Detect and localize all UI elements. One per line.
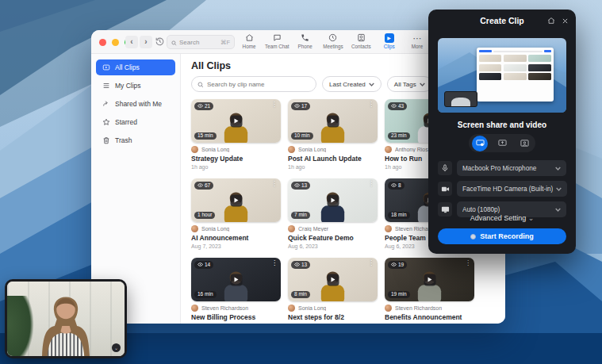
clip-thumbnail[interactable]: 21⋮15 min: [191, 99, 281, 143]
clip-menu-icon[interactable]: ⋮: [368, 101, 374, 108]
play-icon[interactable]: [327, 274, 339, 285]
play-icon[interactable]: [230, 115, 242, 127]
screen-and-video-toggle[interactable]: [472, 136, 488, 151]
sidebar-item-trash[interactable]: Trash: [96, 132, 175, 148]
forward-button[interactable]: ›: [140, 36, 152, 48]
global-search-field[interactable]: Search ⌘F: [167, 35, 235, 49]
webcam-preview[interactable]: ⌄: [5, 279, 127, 358]
mini-thumbnail: [479, 73, 502, 80]
clip-search-input[interactable]: [207, 81, 310, 88]
mini-thumbnail: [479, 64, 502, 71]
sidebar-item-all-clips[interactable]: All Clips: [96, 59, 175, 75]
clip-menu-icon[interactable]: ⋮: [465, 259, 471, 266]
sidebar-item-starred[interactable]: Starred: [96, 114, 175, 130]
microphone-select[interactable]: Macbook Pro Microphone: [457, 160, 566, 176]
play-icon[interactable]: [424, 274, 435, 285]
clip-thumbnail[interactable]: 17⋮10 min: [288, 99, 378, 143]
clips-icon: ▶: [385, 33, 394, 43]
clip-menu-icon[interactable]: ⋮: [368, 180, 374, 187]
home-icon: [245, 33, 254, 43]
panel-header: Create Clip: [428, 10, 576, 32]
clip-title[interactable]: AI Announcement: [191, 234, 281, 242]
avatar: [191, 146, 198, 153]
search-placeholder: Search: [179, 39, 218, 46]
screen-only-toggle[interactable]: [494, 136, 510, 151]
nav-meetings[interactable]: Meetings: [320, 33, 347, 53]
views-count: 21: [205, 104, 210, 109]
clip-meta: Sonia LongAI AnnouncementAug 7, 2023: [191, 225, 281, 249]
avatar: [385, 305, 392, 312]
avatar: [385, 225, 392, 232]
nav-home[interactable]: Home: [236, 33, 263, 53]
camera-icon: [438, 182, 452, 196]
camera-select[interactable]: FaceTime HD Camera (Built-in): [457, 181, 567, 197]
clip-thumbnail[interactable]: 13⋮8 min: [288, 258, 378, 301]
search-icon: [197, 77, 204, 91]
sort-dropdown[interactable]: Last Created: [322, 76, 382, 92]
clip-title[interactable]: Quick Feature Demo: [288, 234, 378, 242]
views-badge: 13: [291, 261, 310, 269]
sidebar-item-shared-with-me[interactable]: Shared with Me: [96, 96, 175, 112]
top-navigation: Home Team Chat Phone Meetings: [236, 33, 431, 53]
eye-icon: [294, 183, 300, 187]
microphone-row: Macbook Pro Microphone: [438, 160, 566, 176]
nav-phone[interactable]: Phone: [292, 33, 319, 53]
play-icon[interactable]: [327, 115, 339, 127]
clip-card[interactable]: 67⋮1 hourSonia LongAI AnnouncementAug 7,…: [191, 178, 281, 247]
clip-menu-icon[interactable]: ⋮: [271, 180, 278, 187]
video-only-toggle[interactable]: [516, 136, 532, 151]
clip-card[interactable]: 13⋮8 minSonia LongNext steps for 8/2Aug …: [288, 258, 378, 324]
record-icon: [470, 234, 476, 239]
recording-mode-toggles: [469, 134, 535, 152]
clip-author: Sonia Long: [298, 147, 326, 152]
nav-team-chat[interactable]: Team Chat: [263, 33, 290, 53]
clip-meta: Sonia LongNext steps for 8/2Aug 2, 2023: [288, 305, 378, 324]
clip-card[interactable]: 19⋮19 minSteven RichardsonBenefits Annou…: [385, 258, 474, 324]
clip-date: Aug 7, 2023: [191, 243, 281, 249]
close-icon[interactable]: [562, 13, 569, 28]
more-icon: ⋯: [412, 33, 421, 43]
eye-icon: [197, 183, 203, 187]
clip-card[interactable]: 21⋮15 minSonia LongStrategy Update1h ago: [191, 99, 281, 167]
start-recording-button[interactable]: Start Recording: [438, 228, 566, 244]
duration-badge: 16 min: [194, 291, 217, 299]
clip-card[interactable]: 13⋮7 minCraig MeyerQuick Feature DemoAug…: [288, 178, 378, 247]
nav-clips[interactable]: ▶ Clips: [376, 33, 403, 53]
clip-title[interactable]: Benefits Announcement: [385, 313, 474, 321]
play-icon[interactable]: [327, 194, 339, 206]
clip-author: Steven Richardson: [395, 305, 442, 311]
webcam-options-button[interactable]: ⌄: [112, 343, 121, 352]
home-icon[interactable]: [547, 13, 555, 28]
play-icon[interactable]: [230, 274, 242, 285]
nav-contacts[interactable]: Contacts: [347, 33, 374, 53]
clip-date: Aug 3, 2023: [191, 323, 281, 324]
clip-search-field[interactable]: [191, 76, 316, 92]
clip-thumbnail[interactable]: 19⋮19 min: [385, 258, 474, 301]
tags-dropdown[interactable]: All Tags: [387, 76, 432, 92]
clip-card[interactable]: 17⋮10 minSonia LongPost AI Launch Update…: [288, 99, 378, 167]
play-icon[interactable]: [230, 194, 242, 206]
search-icon: [171, 35, 177, 49]
clip-menu-icon[interactable]: ⋮: [271, 101, 278, 108]
sidebar-item-my-clips[interactable]: My Clips: [96, 78, 175, 94]
close-window-button[interactable]: [99, 39, 106, 46]
clip-title[interactable]: Strategy Update: [191, 155, 281, 163]
clip-thumbnail[interactable]: 13⋮7 min: [288, 178, 378, 222]
avatar: [288, 225, 295, 232]
clip-card[interactable]: 14⋮16 minSteven RichardsonNew Billing Pr…: [191, 258, 281, 324]
clip-title[interactable]: New Billing Process: [191, 313, 281, 321]
nav-more[interactable]: ⋯ More: [404, 33, 431, 53]
back-button[interactable]: ‹: [125, 36, 138, 48]
clip-thumbnail[interactable]: 14⋮16 min: [191, 258, 281, 301]
clip-meta: Steven RichardsonBenefits AnnouncementAu…: [385, 305, 474, 324]
clip-title[interactable]: Post AI Launch Update: [288, 155, 378, 163]
history-icon[interactable]: [155, 36, 167, 48]
minimize-window-button[interactable]: [112, 39, 119, 46]
clip-thumbnail[interactable]: 67⋮1 hour: [191, 178, 281, 222]
chevron-down-icon: [556, 187, 562, 191]
advanced-setting-link[interactable]: Advanced Setting ⌄: [428, 214, 576, 222]
clip-title[interactable]: Next steps for 8/2: [288, 313, 378, 321]
mini-thumbnail: [504, 73, 527, 80]
clip-menu-icon[interactable]: ⋮: [368, 259, 374, 266]
clip-menu-icon[interactable]: ⋮: [271, 259, 278, 266]
